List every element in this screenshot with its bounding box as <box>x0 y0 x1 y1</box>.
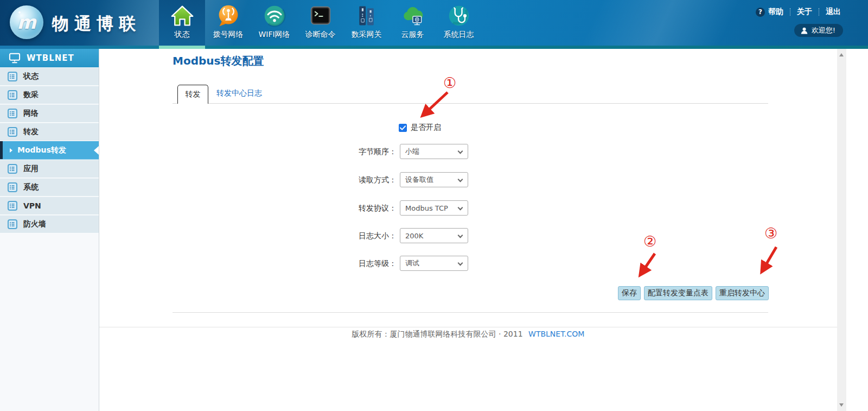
sidebar-item-data-collect[interactable]: 数采 <box>0 86 99 104</box>
footer-link[interactable]: WTBLNET.COM <box>528 330 584 338</box>
log-size-select[interactable]: 200K <box>400 228 468 243</box>
sidebar-item-label: 状态 <box>23 72 39 81</box>
panel-divider <box>173 312 768 313</box>
list-icon <box>8 201 17 211</box>
gateway-icon <box>355 2 379 29</box>
sidebar-item-network[interactable]: 网络 <box>0 104 99 123</box>
sidebar-item-label: Modbus转发 <box>17 146 66 155</box>
list-icon <box>8 72 17 81</box>
link-divider <box>819 8 819 16</box>
dialup-icon <box>216 2 240 29</box>
read-mode-label: 读取方式： <box>310 175 397 185</box>
nav-item-label: 系统日志 <box>444 30 474 40</box>
monitor-icon <box>9 53 21 64</box>
nav-item-label: WIFI网络 <box>258 30 290 40</box>
nav-item-wifi-network[interactable]: WIFI网络 <box>251 0 297 46</box>
restart-forward-center-button[interactable]: 重启转发中心 <box>716 286 769 300</box>
footer-divider <box>99 327 837 327</box>
nav-item-dialup-network[interactable]: 拨号网络 <box>205 0 251 46</box>
byte-order-select[interactable]: 小端 <box>400 144 468 159</box>
select-value: 小端 <box>405 147 419 156</box>
nav-item-data-gateway[interactable]: 数采网关 <box>343 0 390 46</box>
sidebar-item-vpn[interactable]: VPN <box>0 197 99 215</box>
list-icon <box>8 90 17 100</box>
sidebar-item-application[interactable]: 应用 <box>0 160 99 178</box>
sidebar-item-status[interactable]: 状态 <box>0 67 99 86</box>
scroll-down-button[interactable] <box>839 403 844 407</box>
scrollbar[interactable] <box>837 49 846 411</box>
sidebar-header: WTBLNET <box>0 49 99 67</box>
user-icon <box>800 27 808 35</box>
copyright-text: 版权所有：厦门物通博联网络科技有限公司 · 2011 <box>352 330 523 338</box>
logout-link[interactable]: 退出 <box>826 7 841 17</box>
select-value: Modbus TCP <box>405 204 448 212</box>
log-level-select[interactable]: 调试 <box>400 256 468 271</box>
nav-item-cloud-service[interactable]: 云服务 <box>390 0 436 46</box>
enable-checkbox-label: 是否开启 <box>411 123 441 132</box>
list-icon <box>8 127 17 137</box>
welcome-label: 欢迎您! <box>812 26 835 35</box>
sidebar-item-modbus-forward[interactable]: Modbus转发 <box>0 141 99 160</box>
enable-checkbox[interactable] <box>399 124 407 132</box>
list-icon <box>8 182 17 192</box>
sidebar-item-label: 应用 <box>23 164 39 174</box>
sidebar-item-label: VPN <box>23 201 41 210</box>
help-icon: ? <box>756 8 765 17</box>
nav-item-status[interactable]: 状态 <box>159 0 205 46</box>
select-value: 200K <box>405 232 423 240</box>
nav-item-label: 状态 <box>175 30 190 40</box>
chevron-down-icon <box>458 233 463 238</box>
nav-item-diagnostic-command[interactable]: 诊断命令 <box>297 0 343 46</box>
annotation-3: ③ <box>764 226 777 241</box>
brand-logo-icon: ✦ m <box>10 5 43 39</box>
about-link[interactable]: 关于 <box>797 7 812 17</box>
check-icon <box>400 125 406 130</box>
tab-label: 转发中心日志 <box>216 88 262 97</box>
read-mode-select[interactable]: 设备取值 <box>400 172 468 187</box>
welcome-button[interactable]: 欢迎您! <box>794 24 843 37</box>
sidebar-item-label: 系统 <box>23 182 39 192</box>
nav-item-label: 拨号网络 <box>213 30 244 40</box>
list-icon <box>8 109 17 118</box>
sidebar-item-label: 网络 <box>23 109 39 118</box>
logo-sparkle: ✦ <box>17 10 22 15</box>
nav-item-label: 数采网关 <box>352 30 382 40</box>
protocol-label: 转发协议： <box>310 204 397 213</box>
scroll-up-button[interactable] <box>839 53 844 56</box>
byte-order-label: 字节顺序： <box>310 147 397 157</box>
select-value: 调试 <box>405 258 419 268</box>
sidebar-item-system[interactable]: 系统 <box>0 178 99 197</box>
tab-forward[interactable]: 转发 <box>177 85 208 104</box>
header-links: ? 帮助 关于 退出 <box>756 7 841 17</box>
brand-name: 物通博联 <box>52 12 141 35</box>
sidebar: WTBLNET 状态 数采 网络 转发 <box>0 49 99 411</box>
nav-item-label: 诊断命令 <box>305 30 336 40</box>
tab-center-log[interactable]: 转发中心日志 <box>216 88 262 98</box>
chevron-down-icon <box>458 177 463 182</box>
tab-label: 转发 <box>186 90 201 99</box>
cloud-icon <box>401 2 425 29</box>
page-title: Modbus转发配置 <box>173 54 264 68</box>
sidebar-header-label: WTBLNET <box>27 53 74 63</box>
nav-item-system-log[interactable]: 系统日志 <box>436 0 482 46</box>
button-row: 保存 配置转发变量点表 重启转发中心 <box>618 286 769 300</box>
sidebar-item-forward[interactable]: 转发 <box>0 123 99 141</box>
log-size-label: 日志大小： <box>310 231 397 241</box>
config-forward-points-button[interactable]: 配置转发变量点表 <box>644 286 712 300</box>
nav-item-label: 云服务 <box>401 30 424 40</box>
sidebar-item-firewall[interactable]: 防火墙 <box>0 215 99 233</box>
chevron-down-icon <box>458 205 463 211</box>
home-icon <box>170 2 194 29</box>
footer: 版权所有：厦门物通博联网络科技有限公司 · 2011 WTBLNET.COM <box>99 330 837 339</box>
select-value: 设备取值 <box>405 175 433 185</box>
wifi-icon <box>263 2 286 29</box>
log-level-label: 日志等级： <box>310 259 397 269</box>
list-icon <box>8 164 17 174</box>
help-link[interactable]: 帮助 <box>768 7 783 17</box>
protocol-select[interactable]: Modbus TCP <box>400 200 468 216</box>
save-button[interactable]: 保存 <box>618 286 641 300</box>
sidebar-item-label: 数采 <box>23 90 39 100</box>
chevron-down-icon <box>458 261 463 266</box>
header-bottom-strip <box>0 46 868 49</box>
link-divider <box>790 8 790 16</box>
